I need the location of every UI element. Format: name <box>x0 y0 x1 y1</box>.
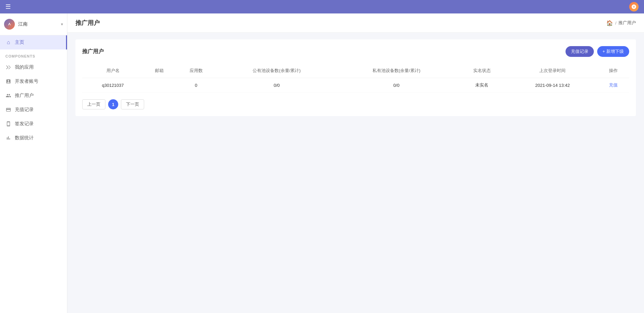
breadcrumb-separator: / <box>615 21 616 26</box>
sidebar-item-promo-users-label: 推广用户 <box>15 93 34 99</box>
sidebar-item-home[interactable]: ⌂ 主页 <box>0 35 67 49</box>
cell-last-login: 2021-09-14 13:42 <box>508 78 597 93</box>
dev-account-icon <box>5 79 11 84</box>
topbar: ☰ <box>0 0 644 13</box>
invoice-records-icon <box>5 121 11 127</box>
menu-icon[interactable]: ☰ <box>5 3 11 10</box>
sidebar-item-my-apps-label: 我的应用 <box>15 64 34 70</box>
next-page-button[interactable]: 下一页 <box>121 99 144 109</box>
main-content: 推广用户 🏠 / 推广用户 推广用户 充值记录 + 新增下级 <box>67 13 644 313</box>
sidebar-item-home-label: 主页 <box>15 39 24 45</box>
sidebar-item-promo-users[interactable]: 推广用户 <box>0 89 67 103</box>
cell-real-name-status: 未实名 <box>456 78 508 93</box>
prev-page-button[interactable]: 上一页 <box>82 99 105 109</box>
col-private-devices: 私有池设备数(余量/累计) <box>336 64 456 78</box>
main-body: 推广用户 充值记录 + 新增下级 用户名 邮箱 应用数 公有池设备数(余量/累计… <box>67 33 644 123</box>
app-rocket-icon <box>629 2 639 11</box>
my-apps-icon <box>5 65 11 70</box>
col-username: 用户名 <box>82 64 143 78</box>
components-section-title: COMPONENTS <box>0 49 67 60</box>
sidebar-item-dev-account[interactable]: 开发者账号 <box>0 74 67 89</box>
cell-public-devices: 0/0 <box>217 78 336 93</box>
sidebar-brand[interactable]: 江南 ▾ <box>0 13 67 35</box>
cell-email <box>143 78 175 93</box>
sidebar-item-data-stats-label: 数据统计 <box>15 135 34 141</box>
brand-arrow-icon: ▾ <box>61 22 63 27</box>
brand-name: 江南 <box>18 21 61 27</box>
sidebar-item-recharge-records-label: 充值记录 <box>15 107 34 113</box>
sidebar-item-recharge-records[interactable]: 充值记录 <box>0 103 67 117</box>
sidebar-item-invoice-records-label: 签发记录 <box>15 121 34 127</box>
sidebar-item-data-stats[interactable]: 数据统计 <box>0 131 67 145</box>
sidebar-item-invoice-records[interactable]: 签发记录 <box>0 117 67 131</box>
pagination: 上一页 1 下一页 <box>82 99 629 109</box>
content-card-title: 推广用户 <box>82 48 104 55</box>
svg-point-0 <box>7 22 12 27</box>
current-page: 1 <box>108 99 118 109</box>
sidebar: 江南 ▾ ⌂ 主页 COMPONENTS 我的应用 开发者账号 推广用户 <box>0 13 67 313</box>
col-real-name: 实名状态 <box>456 64 508 78</box>
recharge-records-button[interactable]: 充值记录 <box>566 46 594 57</box>
breadcrumb-current: 推广用户 <box>618 20 636 26</box>
action-recharge-link[interactable]: 充值 <box>609 82 618 88</box>
home-icon: ⌂ <box>5 39 11 45</box>
col-action: 操作 <box>598 64 629 78</box>
users-table: 用户名 邮箱 应用数 公有池设备数(余量/累计) 私有池设备数(余量/累计) 实… <box>82 64 629 93</box>
table-row: q30121037 0 0/0 0/0 未实名 2021-09-14 13:42… <box>82 78 629 93</box>
add-sub-button[interactable]: + 新增下级 <box>597 46 629 57</box>
col-email: 邮箱 <box>143 64 175 78</box>
cell-action: 充值 <box>598 78 629 93</box>
table-header: 用户名 邮箱 应用数 公有池设备数(余量/累计) 私有池设备数(余量/累计) 实… <box>82 64 629 78</box>
action-buttons: 充值记录 + 新增下级 <box>566 46 629 57</box>
brand-logo <box>4 19 15 30</box>
col-public-devices: 公有池设备数(余量/累计) <box>217 64 336 78</box>
sidebar-item-dev-account-label: 开发者账号 <box>15 78 38 84</box>
promo-users-icon <box>5 93 11 98</box>
layout: 江南 ▾ ⌂ 主页 COMPONENTS 我的应用 开发者账号 推广用户 <box>0 13 644 313</box>
sidebar-item-my-apps[interactable]: 我的应用 <box>0 60 67 74</box>
recharge-records-icon <box>5 107 11 112</box>
breadcrumb-home-icon[interactable]: 🏠 <box>606 20 613 26</box>
cell-private-devices: 0/0 <box>336 78 456 93</box>
cell-username: q30121037 <box>82 78 143 93</box>
table-body: q30121037 0 0/0 0/0 未实名 2021-09-14 13:42… <box>82 78 629 93</box>
col-last-login: 上次登录时间 <box>508 64 597 78</box>
col-app-count: 应用数 <box>175 64 217 78</box>
content-card: 推广用户 充值记录 + 新增下级 用户名 邮箱 应用数 公有池设备数(余量/累计… <box>75 39 636 116</box>
content-card-header: 推广用户 充值记录 + 新增下级 <box>82 46 629 57</box>
table-header-row: 用户名 邮箱 应用数 公有池设备数(余量/累计) 私有池设备数(余量/累计) 实… <box>82 64 629 78</box>
main-header: 推广用户 🏠 / 推广用户 <box>67 13 644 33</box>
cell-app-count: 0 <box>175 78 217 93</box>
data-stats-icon <box>5 135 11 141</box>
breadcrumb: 🏠 / 推广用户 <box>606 20 636 26</box>
page-title: 推广用户 <box>75 19 100 27</box>
